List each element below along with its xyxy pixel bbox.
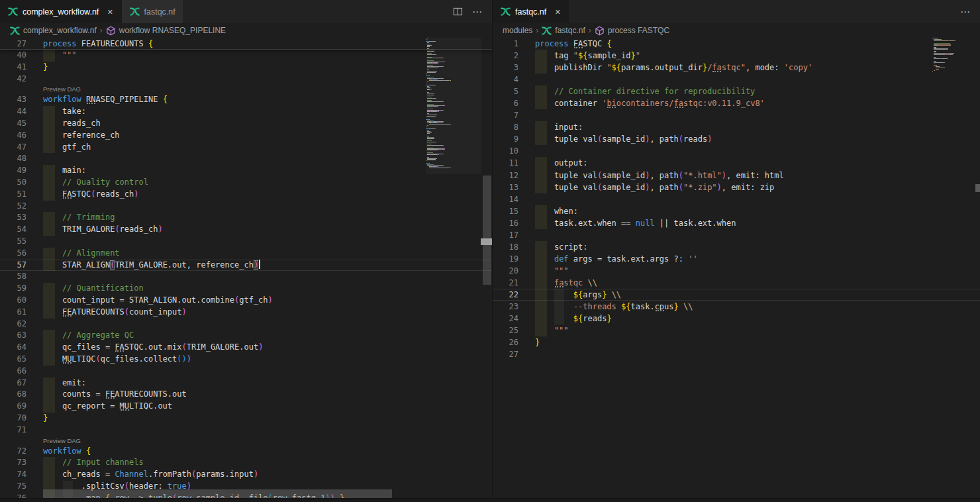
line-number: 10 bbox=[493, 145, 518, 157]
code-token: tuple val bbox=[535, 171, 597, 180]
scrollbar-drag-handle[interactable] bbox=[481, 238, 492, 245]
code-line-11[interactable]: 11 output: bbox=[493, 157, 980, 169]
code-line-50[interactable]: 50 // Quality control bbox=[0, 177, 492, 189]
editor-right[interactable]: 1process FASTQC {2 tag "${sample_id}"3 p… bbox=[493, 38, 980, 502]
code-line-18[interactable]: 18 script: bbox=[493, 241, 980, 253]
minimap-right[interactable] bbox=[932, 38, 975, 80]
line-number: 70 bbox=[0, 413, 26, 425]
code-line-70[interactable]: 70} bbox=[0, 413, 492, 425]
code-line-53[interactable]: 53 // Trimming bbox=[0, 212, 492, 224]
code-text: FASTQC(reads_ch) bbox=[26, 189, 139, 201]
code-line-3[interactable]: 3 publishDir "${params.output_dir}/fastq… bbox=[493, 62, 980, 74]
more-actions-button-left[interactable]: ⋯ bbox=[472, 6, 483, 18]
code-line-12[interactable]: 12 tuple val(sample_id), path("*.html"),… bbox=[493, 170, 980, 181]
code-line-24[interactable]: 24 ${reads} bbox=[493, 313, 980, 325]
code-line-73[interactable]: 73 // Input channels bbox=[0, 457, 492, 469]
code-line-45[interactable]: 45 reads_ch bbox=[0, 118, 492, 130]
code-line-19[interactable]: 19 def args = task.ext.args ?: '' bbox=[493, 253, 980, 265]
code-line-2[interactable]: 2 tag "${sample_id}" bbox=[493, 50, 980, 62]
code-line-44[interactable]: 44 take: bbox=[0, 106, 492, 118]
code-line-72[interactable]: 72workflow { bbox=[0, 446, 492, 458]
code-line-69[interactable]: 69 qc_report = MULTIQC.out bbox=[0, 401, 492, 413]
tab-fastqc-nf[interactable]: fastqc.nf bbox=[122, 0, 184, 23]
code-line-23[interactable]: 23 --threads ${task.cpus} \\ bbox=[493, 301, 980, 313]
code-line-40[interactable]: 40 """ bbox=[0, 50, 492, 62]
code-line-56[interactable]: 56 // Alignment bbox=[0, 248, 492, 260]
code-line-17[interactable]: 17 bbox=[493, 229, 980, 241]
code-line-57[interactable]: 57 STAR_ALIGN(TRIM_GALORE.out, reference… bbox=[0, 260, 492, 272]
code-line-26[interactable]: 26} bbox=[493, 336, 980, 348]
minimap-left[interactable] bbox=[426, 38, 481, 176]
code-token: // Aggregate QC bbox=[43, 330, 134, 340]
line-number: 54 bbox=[0, 224, 26, 236]
code-line-49[interactable]: 49 main: bbox=[0, 165, 492, 177]
code-line-58[interactable]: 58 bbox=[0, 271, 492, 283]
code-line-8[interactable]: 8 input: bbox=[493, 121, 980, 133]
code-line-64[interactable]: 64 qc_files = FASTQC.out.mix(TRIM_GALORE… bbox=[0, 342, 492, 354]
close-icon[interactable]: × bbox=[555, 7, 560, 17]
code-token: cpus bbox=[655, 302, 674, 311]
scrollbar-handle-right[interactable] bbox=[975, 184, 980, 192]
code-line-25[interactable]: 25 """ bbox=[493, 325, 980, 336]
line-number: 49 bbox=[0, 165, 26, 177]
more-actions-button-right[interactable]: ⋯ bbox=[960, 6, 971, 18]
code-line-68[interactable]: 68 counts = FEATURECOUNTS.out bbox=[0, 389, 492, 401]
tab-complex-workflow-nf[interactable]: complex_workflow.nf× bbox=[0, 0, 122, 23]
code-token bbox=[535, 314, 573, 323]
code-line-6[interactable]: 6 container 'biocontainers/fastqc:v0.11.… bbox=[493, 97, 980, 109]
code-line-51[interactable]: 51 FASTQC(reads_ch) bbox=[0, 189, 492, 201]
code-line-15[interactable]: 15 when: bbox=[493, 205, 980, 217]
code-line-5[interactable]: 5 // Container directive for reproducibi… bbox=[493, 85, 980, 97]
code-line-62[interactable]: 62 bbox=[0, 319, 492, 330]
code-line-43[interactable]: 43workflow RNASEQ_PIPELINE { bbox=[0, 94, 492, 106]
code-line-67[interactable]: 67 emit: bbox=[0, 377, 492, 389]
code-line-74[interactable]: 74 ch_reads = Channel.fromPath(params.in… bbox=[0, 469, 492, 481]
codelens-preview-dag[interactable]: Preview DAG bbox=[0, 85, 492, 94]
sticky-scroll-line[interactable]: 27process FEATURECOUNTS { bbox=[0, 38, 492, 50]
vertical-scrollbar-left[interactable] bbox=[483, 176, 491, 285]
code-line-52[interactable]: 52 bbox=[0, 201, 492, 213]
line-number: 52 bbox=[0, 201, 26, 213]
breadcrumb-item-workflow-rnaseq-pipeline[interactable]: workflow RNASEQ_PIPELINE bbox=[106, 26, 226, 36]
code-line-4[interactable]: 4 bbox=[493, 74, 980, 85]
code-line-46[interactable]: 46 reference_ch bbox=[0, 130, 492, 142]
horizontal-scrollbar-left[interactable] bbox=[43, 489, 392, 498]
code-line-61[interactable]: 61 FEATURECOUNTS(count_input) bbox=[0, 307, 492, 319]
breadcrumb-item-fastqc-nf[interactable]: fastqc.nf bbox=[542, 26, 585, 36]
nextflow-icon bbox=[501, 7, 511, 17]
split-editor-button[interactable] bbox=[453, 7, 463, 17]
window-bottom-edge bbox=[0, 498, 980, 502]
code-line-71[interactable]: 71 bbox=[0, 425, 492, 436]
code-line-16[interactable]: 16 task.ext.when == null || task.ext.whe… bbox=[493, 217, 980, 229]
code-line-47[interactable]: 47 gtf_ch bbox=[0, 142, 492, 154]
code-line-65[interactable]: 65 MULTIQC(qc_files.collect()) bbox=[0, 354, 492, 366]
code-line-14[interactable]: 14 bbox=[493, 193, 980, 205]
code-line-59[interactable]: 59 // Quantification bbox=[0, 283, 492, 295]
tab-fastqc-nf[interactable]: fastqc.nf× bbox=[493, 0, 569, 23]
code-line-66[interactable]: 66 bbox=[0, 366, 492, 377]
code-line-41[interactable]: 41} bbox=[0, 62, 492, 74]
codelens-preview-dag[interactable]: Preview DAG bbox=[0, 436, 492, 446]
code-line-10[interactable]: 10 bbox=[493, 145, 980, 157]
editor-left[interactable]: 27process FEATURECOUNTS { 40 """41}42Pre… bbox=[0, 38, 492, 502]
code-line-42[interactable]: 42 bbox=[0, 74, 492, 85]
code-line-22[interactable]: 22 ${args} \\ bbox=[493, 289, 980, 301]
code-line-1[interactable]: 1process FASTQC { bbox=[493, 38, 980, 50]
code-line-60[interactable]: 60 count_input = STAR_ALIGN.out.combine(… bbox=[0, 295, 492, 307]
code-line-54[interactable]: 54 TRIM_GALORE(reads_ch) bbox=[0, 224, 492, 236]
code-line-20[interactable]: 20 """ bbox=[493, 265, 980, 277]
close-icon[interactable]: × bbox=[107, 7, 113, 17]
code-line-13[interactable]: 13 tuple val(sample_id), path("*.zip"), … bbox=[493, 181, 980, 193]
code-line-9[interactable]: 9 tuple val(sample_id), path(reads) bbox=[493, 133, 980, 145]
code-line-55[interactable]: 55 bbox=[0, 236, 492, 248]
breadcrumb-item-process-fastqc[interactable]: process FASTQC bbox=[595, 26, 669, 36]
code-token: " bbox=[636, 51, 640, 60]
breadcrumb-item-complex-workflow-nf[interactable]: complex_workflow.nf bbox=[10, 26, 97, 36]
code-line-27[interactable]: 27 bbox=[493, 348, 980, 360]
code-line-21[interactable]: 21 fastqc \\ bbox=[493, 277, 980, 289]
code-line-7[interactable]: 7 bbox=[493, 109, 980, 121]
breadcrumb-item-modules[interactable]: modules bbox=[503, 26, 532, 35]
code-line-48[interactable]: 48 bbox=[0, 153, 492, 165]
code-line-63[interactable]: 63 // Aggregate QC bbox=[0, 330, 492, 342]
tab-label: fastqc.nf bbox=[515, 7, 546, 17]
